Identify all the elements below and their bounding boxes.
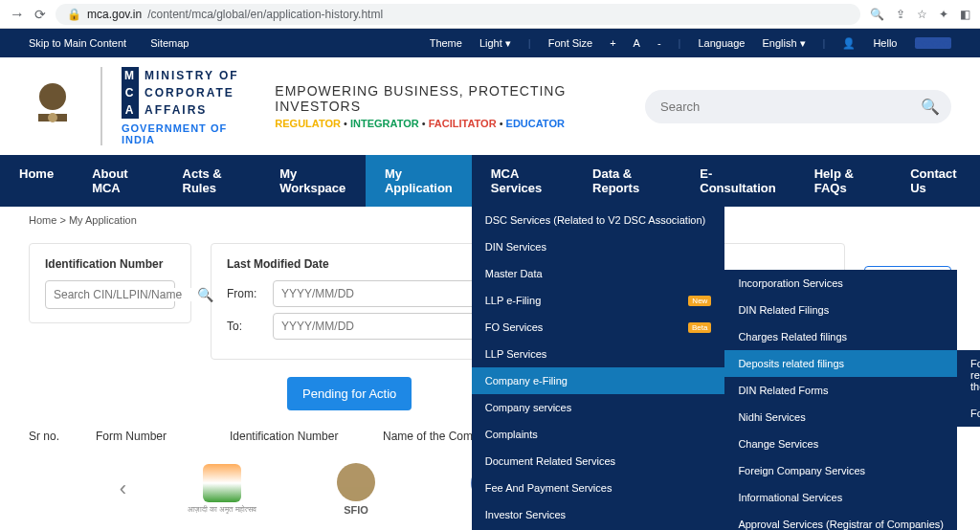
submenu-foreign[interactable]: Foreign Company Services	[724, 457, 957, 484]
submenu-nidhi[interactable]: Nidhi Services	[724, 404, 957, 431]
url-bar[interactable]: 🔒 mca.gov.in/content/mca/global/en/appli…	[56, 4, 860, 25]
submenu-deposits[interactable]: Deposits related filings Form DPT 4 – St…	[724, 350, 957, 377]
site-search: 🔍	[645, 90, 951, 123]
user-greeting: Hello	[873, 37, 897, 49]
menu-doc-services[interactable]: Document Related Services	[472, 448, 725, 475]
ministry-logo: MMINISTRY OF CCORPORATE AAFFAIRS GOVERNM…	[100, 67, 251, 145]
to-label: To:	[227, 320, 263, 333]
main-nav: Home About MCA Acts & Rules My Workspace…	[0, 155, 980, 207]
identification-filter: Identification Number 🔍	[29, 243, 191, 323]
nav-about[interactable]: About MCA	[73, 155, 163, 207]
language-label: Language	[698, 37, 745, 49]
forward-icon[interactable]: →	[10, 6, 25, 23]
submenu-charges[interactable]: Charges Related filings	[724, 323, 957, 350]
form-dpt4[interactable]: Form DPT 4 – Statement regarding deposit…	[957, 350, 980, 400]
url-path: /content/mca/global/en/application-histo…	[147, 8, 383, 21]
col-identification: Identification Number	[230, 430, 364, 443]
breadcrumb-sep: >	[59, 214, 65, 226]
font-increase-button[interactable]: +	[610, 37, 615, 49]
user-icon[interactable]: 👤	[842, 37, 856, 50]
user-name-redacted: xxxxxxx	[915, 37, 952, 49]
nav-help[interactable]: Help & FAQs	[795, 155, 892, 207]
submenu-incorporation[interactable]: Incorporation Services	[724, 270, 957, 297]
nav-econsultation[interactable]: E-Consultation	[680, 155, 794, 207]
extensions-icon[interactable]: ✦	[939, 8, 948, 21]
pending-action-button[interactable]: Pending for Actio	[287, 377, 412, 410]
nav-home[interactable]: Home	[0, 155, 73, 207]
tagline-block: EMPOWERING BUSINESS, PROTECTING INVESTOR…	[275, 83, 621, 129]
theme-select[interactable]: Light ▾	[479, 37, 511, 50]
nav-data-reports[interactable]: Data & Reports	[573, 155, 680, 207]
url-domain: mca.gov.in	[87, 8, 142, 21]
deposits-submenu: Form DPT 4 – Statement regarding deposit…	[957, 350, 980, 427]
form-dpt3[interactable]: Form DPT 3 – Return of deposits	[957, 400, 980, 427]
menu-fo-services[interactable]: FO ServicesBeta	[472, 314, 725, 341]
logo-azadi[interactable]: आज़ादी का अमृत महोत्सव	[184, 460, 260, 518]
font-size-label: Font Size	[548, 37, 592, 49]
font-decrease-button[interactable]: -	[657, 37, 661, 49]
submenu-approval-roc[interactable]: Approval Services (Registrar of Companie…	[724, 511, 957, 530]
breadcrumb-home[interactable]: Home	[29, 214, 56, 226]
col-srno: Sr no.	[29, 430, 77, 443]
identification-label: Identification Number	[45, 257, 175, 271]
menu-dsc-services[interactable]: DSC Services (Related to V2 DSC Associat…	[472, 207, 725, 233]
menu-fee-payment[interactable]: Fee And Payment Services	[472, 475, 725, 501]
menu-master-data[interactable]: Master Data	[472, 260, 725, 287]
submenu-din-filings[interactable]: DIN Related Filings	[724, 297, 957, 323]
company-efiling-submenu: Incorporation Services DIN Related Filin…	[724, 270, 957, 530]
browser-toolbar: → ⟳ 🔒 mca.gov.in/content/mca/global/en/a…	[0, 0, 980, 29]
menu-llp-services[interactable]: LLP Services	[472, 341, 725, 367]
nav-workspace[interactable]: My Workspace	[260, 155, 366, 207]
nav-mca-services[interactable]: MCA Services DSC Services (Related to V2…	[472, 155, 573, 207]
submenu-din-forms[interactable]: DIN Related Forms	[724, 377, 957, 404]
menu-company-services[interactable]: Company services	[472, 394, 725, 421]
search-actions-icon[interactable]: 🔍	[870, 8, 884, 21]
font-reset-button[interactable]: A	[634, 37, 640, 49]
identification-input[interactable]	[54, 288, 197, 301]
svg-point-2	[48, 113, 57, 122]
nav-my-application[interactable]: My Application	[366, 155, 472, 207]
menu-complaints[interactable]: Complaints	[472, 421, 725, 448]
share-icon[interactable]: ⇪	[896, 8, 905, 21]
mca-services-menu: DSC Services (Related to V2 DSC Associat…	[472, 207, 725, 530]
menu-investor[interactable]: Investor Services	[472, 501, 725, 528]
logo-sfio[interactable]: SFIO	[318, 460, 394, 518]
from-label: From:	[227, 287, 263, 300]
carousel-prev-icon[interactable]: ‹	[120, 476, 126, 501]
sub-tagline: REGULATOR • INTEGRATOR • FACILITATOR • E…	[275, 118, 621, 129]
goi-text: GOVERNMENT OF INDIA	[122, 122, 251, 145]
nav-acts[interactable]: Acts & Rules	[164, 155, 261, 207]
sitemap-link[interactable]: Sitemap	[150, 37, 189, 49]
submenu-change[interactable]: Change Services	[724, 431, 957, 457]
breadcrumb-current: My Application	[69, 214, 137, 226]
language-select[interactable]: English ▾	[762, 37, 805, 50]
tagline: EMPOWERING BUSINESS, PROTECTING INVESTOR…	[275, 83, 621, 114]
national-emblem-icon	[29, 73, 77, 140]
reload-icon[interactable]: ⟳	[34, 7, 46, 22]
col-form-number: Form Number	[96, 430, 211, 443]
svg-point-0	[39, 83, 66, 110]
menu-din-services[interactable]: DIN Services	[472, 233, 725, 260]
site-header: MMINISTRY OF CCORPORATE AAFFAIRS GOVERNM…	[0, 57, 980, 155]
menu-llp-efiling[interactable]: LLP e-FilingNew	[472, 287, 725, 314]
search-icon[interactable]: 🔍	[921, 98, 940, 116]
search-icon[interactable]: 🔍	[197, 287, 213, 302]
site-search-input[interactable]	[645, 90, 951, 123]
nav-contact[interactable]: Contact Us	[891, 155, 980, 207]
submenu-informational[interactable]: Informational Services	[724, 484, 957, 511]
utility-bar: Skip to Main Content Sitemap Theme Light…	[0, 29, 980, 57]
profile-icon[interactable]: ◧	[960, 8, 970, 21]
theme-label: Theme	[430, 37, 462, 49]
bookmark-icon[interactable]: ☆	[917, 8, 927, 21]
menu-company-efiling[interactable]: Company e-Filing Incorporation Services …	[472, 367, 725, 394]
skip-link[interactable]: Skip to Main Content	[29, 37, 126, 49]
lock-icon: 🔒	[67, 8, 81, 21]
